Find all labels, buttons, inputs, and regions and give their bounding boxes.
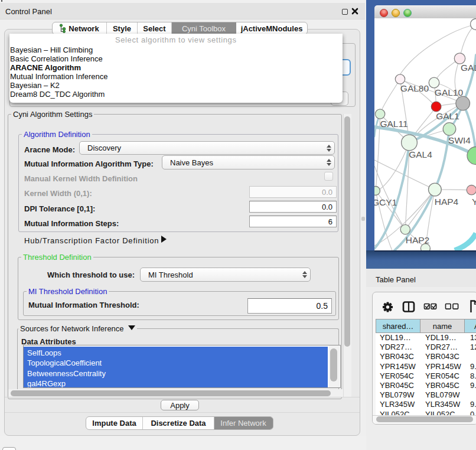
svg-text:GAL10: GAL10 [435, 87, 464, 97]
svg-text:HAP2: HAP2 [406, 235, 430, 245]
svg-text:GAL11: GAL11 [380, 119, 407, 129]
svg-text:GAL1: GAL1 [436, 111, 459, 121]
svg-text:GAL2: GAL2 [461, 63, 476, 73]
svg-text:HAP4: HAP4 [435, 197, 459, 207]
svg-text:GAL80: GAL80 [400, 83, 429, 93]
svg-text:SWI4: SWI4 [448, 135, 471, 145]
svg-text:GCY1: GCY1 [374, 197, 397, 207]
svg-text:GAL4: GAL4 [409, 149, 432, 159]
svg-text:YM: YM [472, 197, 476, 207]
